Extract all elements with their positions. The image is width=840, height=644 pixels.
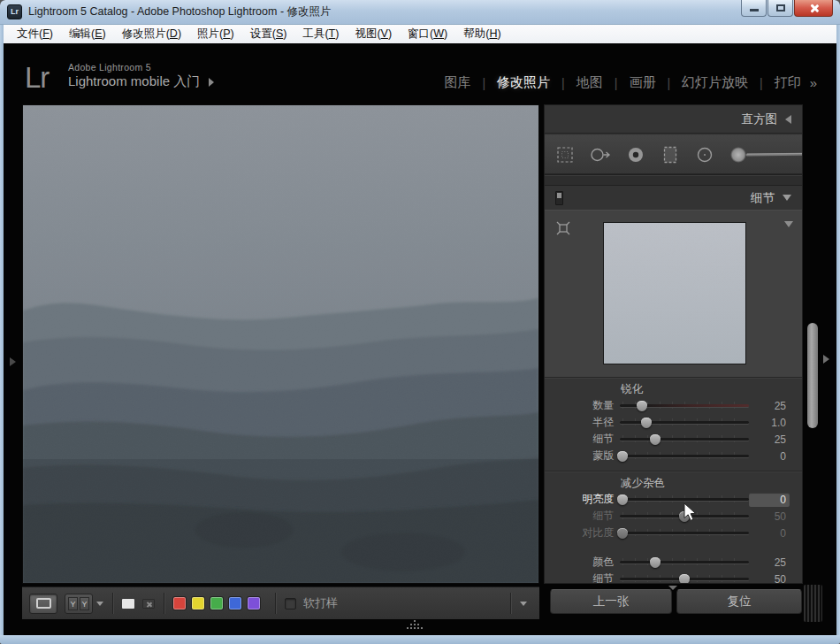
loupe-view-button[interactable] (29, 594, 57, 614)
panel-gap (545, 174, 802, 186)
preview-collapse-icon[interactable] (784, 221, 793, 227)
sharpen-slider-label: 细节 (545, 432, 620, 447)
radial-filter-tool-icon[interactable] (693, 143, 716, 166)
module-tab-5[interactable]: 幻灯片放映 (680, 73, 750, 93)
sharpen-slider-thumb[interactable] (641, 418, 652, 428)
panel-scrollbar-thumb[interactable] (807, 323, 818, 428)
module-tab-6[interactable]: 打印 (773, 73, 803, 93)
menu-item-8[interactable]: 窗口(W) (400, 25, 455, 43)
module-tab-4[interactable]: 画册 (627, 73, 657, 93)
color-label-swatch-3[interactable] (210, 597, 223, 610)
panel-toggle-switch-icon[interactable] (555, 191, 563, 205)
sharpen-slider-track[interactable] (620, 431, 749, 448)
promo-label: Lightroom mobile 入门 (68, 73, 200, 90)
flag-reject-icon[interactable] (142, 599, 155, 609)
photo-canvas[interactable] (22, 104, 539, 584)
module-divider: | (615, 76, 618, 90)
toolbar-options-icon[interactable] (520, 602, 527, 606)
menu-item-4[interactable]: 照片(P) (189, 25, 242, 43)
menu-item-5[interactable]: 设置(S) (242, 25, 295, 43)
sharpen-slider-value[interactable]: 25 (749, 433, 790, 447)
reset-button[interactable]: 复位 (676, 589, 802, 614)
previous-button[interactable]: 上一张 (550, 589, 672, 614)
sharpen-slider-track[interactable] (620, 448, 749, 464)
sharpen-slider-value[interactable]: 0 (749, 449, 790, 464)
before-after-button[interactable]: YY (65, 594, 93, 614)
show-filmstrip-grip-icon[interactable] (414, 624, 416, 625)
close-button[interactable] (794, 0, 833, 17)
module-divider: | (667, 76, 670, 90)
detail-preview-area (545, 210, 802, 377)
lightroom-window: Lr Lightroom 5 Catalog - Adobe Photoshop… (0, 0, 840, 644)
spot-removal-tool-icon[interactable] (588, 143, 613, 166)
slider-track-bar (620, 498, 749, 501)
menu-item-2[interactable]: 编辑(E) (61, 25, 114, 43)
minimize-button[interactable] (741, 0, 767, 17)
menu-item-9[interactable]: 帮助(H) (455, 25, 508, 43)
app-name: Adobe Lightroom 5 (68, 62, 214, 73)
menu-item-3[interactable]: 修改照片(D) (114, 25, 189, 43)
flag-pick-icon[interactable] (122, 599, 134, 609)
module-tab-2[interactable]: 修改照片 (495, 73, 552, 93)
noise-slider-thumb[interactable] (679, 574, 690, 585)
detail-panel-header[interactable]: 细节 (545, 186, 802, 210)
lightroom-logo: Lr (25, 61, 49, 95)
sharpen-slider-thumb[interactable] (617, 451, 628, 462)
target-crosshair-icon[interactable] (554, 219, 572, 237)
color-label-swatch-2[interactable] (192, 597, 204, 610)
crop-tool-icon[interactable] (554, 143, 577, 166)
sharpen-slider-value[interactable]: 1.0 (749, 416, 790, 430)
app-content: Lr Adobe Lightroom 5 Lightroom mobile 入门… (4, 43, 836, 635)
noise-slider-track[interactable] (620, 491, 749, 508)
sharpen-slider-thumb[interactable] (650, 434, 661, 445)
noise-slider-track[interactable] (620, 571, 749, 584)
module-tab-3[interactable]: 地图 (575, 73, 605, 93)
noise-slider-value: 50 (749, 510, 790, 524)
menu-item-6[interactable]: 工具(T) (294, 25, 347, 43)
color-label-swatch-4[interactable] (229, 597, 241, 610)
module-overflow-icon[interactable]: » (810, 75, 817, 90)
slider-track-bar (620, 455, 749, 457)
graduated-filter-tool-icon[interactable] (659, 143, 682, 166)
toolbar-divider (275, 593, 276, 614)
noise-slider-thumb[interactable] (617, 494, 628, 505)
slider-track-bar (620, 421, 749, 424)
soft-proof-checkbox[interactable] (285, 598, 296, 610)
sharpen-slider-thumb[interactable] (637, 401, 647, 411)
show-left-panel-arrow-icon[interactable] (10, 357, 16, 366)
sharpen-preview[interactable] (603, 222, 746, 364)
adjustment-brush-tool-icon[interactable] (728, 143, 803, 166)
color-label-swatch-1[interactable] (173, 597, 186, 610)
noise-slider-value[interactable]: 50 (749, 572, 790, 585)
collapse-down-icon (783, 195, 791, 201)
sharpen-slider-track[interactable] (620, 414, 749, 431)
promo-link[interactable]: Lightroom mobile 入门 (68, 73, 214, 90)
noise-slider-thumb[interactable] (650, 557, 661, 568)
noise-slider-track (620, 508, 749, 525)
noise-reduction-title: 减少杂色 (621, 475, 802, 491)
window-border-bottom (0, 635, 840, 644)
noise-slider-row-1: 明亮度0 (545, 491, 802, 508)
sharpen-slider-value[interactable]: 25 (749, 399, 790, 413)
before-after-dropdown-icon[interactable] (96, 602, 103, 606)
menu-bar: 文件(F)编辑(E)修改照片(D)照片(P)设置(S)工具(T)视图(V)窗口(… (4, 25, 836, 43)
sharpen-slider-row-2: 半径1.0 (545, 414, 802, 431)
detail-title: 细节 (751, 190, 775, 206)
noise-slider-track[interactable] (620, 554, 749, 571)
histogram-panel-header[interactable]: 直方图 (545, 105, 802, 133)
red-eye-tool-icon[interactable] (624, 143, 647, 166)
maximize-button[interactable] (767, 0, 793, 17)
show-right-panel-arrow-icon[interactable] (823, 355, 829, 364)
noise-slider-track (620, 525, 749, 541)
color-label-swatch-5[interactable] (248, 597, 260, 610)
sharpen-slider-track[interactable] (620, 397, 749, 414)
module-tab-1[interactable]: 图库 (442, 73, 472, 93)
noise-slider-value[interactable]: 0 (749, 493, 790, 507)
menu-item-7[interactable]: 视图(V) (347, 25, 400, 43)
menu-item-1[interactable]: 文件(F) (9, 25, 61, 43)
module-divider: | (561, 76, 565, 90)
sharpen-slider-row-4: 蒙版0 (545, 448, 802, 464)
noise-slider-thumb (617, 528, 628, 539)
window-border-right (836, 25, 840, 644)
noise-slider-value[interactable]: 25 (749, 556, 790, 570)
